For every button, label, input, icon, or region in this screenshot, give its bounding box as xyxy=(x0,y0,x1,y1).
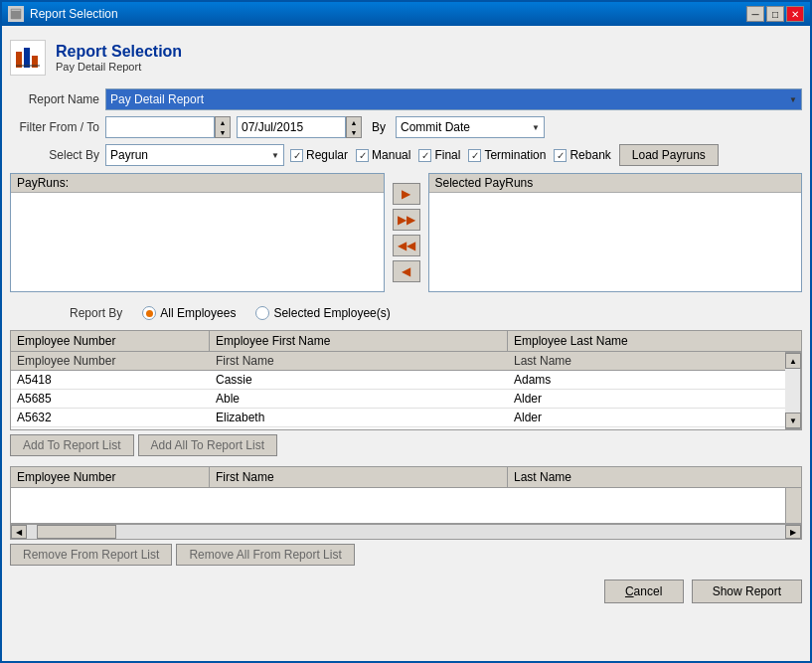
report-col-last: Last Name xyxy=(508,467,801,487)
commit-date-value: Commit Date xyxy=(401,120,470,134)
emp-first-1: Cassie xyxy=(210,371,508,389)
add-buttons-row: Add To Report List Add All To Report Lis… xyxy=(10,430,802,460)
spin-up-icon2[interactable]: ▲ xyxy=(347,117,361,127)
inner-col-num: Employee Number xyxy=(11,352,210,370)
final-checkbox-box[interactable] xyxy=(418,149,431,162)
rebank-checkbox-box[interactable] xyxy=(554,149,567,162)
svg-rect-1 xyxy=(12,10,21,12)
emp-num-1: A5418 xyxy=(11,371,210,389)
cancel-button[interactable]: Cancel xyxy=(604,580,684,603)
remove-from-report-button[interactable]: Remove From Report List xyxy=(10,544,172,566)
spin-down-icon[interactable]: ▼ xyxy=(216,127,230,137)
emp-last-1: Adams xyxy=(508,371,785,389)
termination-checkbox[interactable]: Termination xyxy=(468,148,546,162)
date-to-spin[interactable]: ▲ ▼ xyxy=(346,116,362,138)
regular-checkbox-box[interactable] xyxy=(290,149,303,162)
payruns-right-label: Selected PayRuns xyxy=(435,176,534,190)
filter-row: Filter From / To ▲ ▼ ▲ ▼ By xyxy=(10,115,802,139)
employee-table-body-wrapper: Employee Number First Name Last Name A54… xyxy=(10,351,802,430)
date-from-spin[interactable]: ▲ ▼ xyxy=(215,116,231,138)
scroll-track[interactable] xyxy=(785,369,800,413)
payruns-section: PayRuns: ▶ ▶▶ ◀◀ ◀ Selected PayRuns xyxy=(10,173,802,292)
minimize-button[interactable]: ─ xyxy=(746,6,764,22)
commit-date-arrow: ▼ xyxy=(532,123,540,132)
all-employees-radio[interactable]: All Employees xyxy=(142,306,236,320)
commit-date-dropdown[interactable]: Commit Date ▼ xyxy=(396,116,545,138)
close-button[interactable]: ✕ xyxy=(786,6,804,22)
emp-last-3: Alder xyxy=(508,409,785,426)
emp-last-2: Alder xyxy=(508,390,785,408)
employee-table-header: Employee Number Employee First Name Empl… xyxy=(10,330,802,351)
load-payruns-button[interactable]: Load Payruns xyxy=(619,144,719,166)
move-left-all[interactable]: ◀◀ xyxy=(393,235,420,256)
title-bar: Report Selection ─ □ ✕ xyxy=(2,2,810,26)
emp-header-first: Employee First Name xyxy=(210,331,508,351)
spin-down-icon2[interactable]: ▼ xyxy=(347,127,361,137)
emp-header-last: Employee Last Name xyxy=(508,331,801,351)
window-icon xyxy=(8,6,24,22)
page-title: Report Selection xyxy=(56,43,182,61)
show-report-button[interactable]: Show Report xyxy=(692,580,802,603)
horizontal-scrollbar[interactable]: ◀ ▶ xyxy=(10,524,802,540)
employee-table-inner: Employee Number First Name Last Name A54… xyxy=(11,352,785,429)
move-right-all[interactable]: ▶▶ xyxy=(393,209,420,231)
final-checkbox[interactable]: Final xyxy=(418,148,460,162)
inner-col-last: Last Name xyxy=(508,352,785,370)
table-row[interactable]: A5632 Elizabeth Alder xyxy=(11,409,785,427)
page-subtitle: Pay Detail Report xyxy=(56,61,182,73)
move-right-single[interactable]: ▶ xyxy=(393,183,420,205)
report-by-section: Report By All Employees Selected Employe… xyxy=(10,298,802,324)
move-left-single[interactable]: ◀ xyxy=(393,260,420,282)
cancel-rest: ancel xyxy=(634,584,663,598)
remove-all-from-report-button[interactable]: Remove All From Report List xyxy=(176,544,354,566)
scroll-down-btn[interactable]: ▼ xyxy=(785,413,801,428)
title-bar-left: Report Selection xyxy=(8,6,118,22)
select-by-row: Select By Payrun ▼ Regular Manual xyxy=(10,143,802,167)
select-by-label: Select By xyxy=(10,148,99,162)
header-text: Report Selection Pay Detail Report xyxy=(56,43,182,73)
report-name-label: Report Name xyxy=(10,92,99,106)
report-col-num: Employee Number xyxy=(11,467,210,487)
report-name-dropdown[interactable]: Pay Detail Report ▼ xyxy=(105,88,802,110)
maximize-button[interactable]: □ xyxy=(766,6,784,22)
selected-employees-radio[interactable]: Selected Employee(s) xyxy=(255,306,390,320)
termination-checkbox-box[interactable] xyxy=(468,149,481,162)
report-list-scrollbar xyxy=(785,488,801,523)
manual-label: Manual xyxy=(372,148,410,162)
rebank-checkbox[interactable]: Rebank xyxy=(554,148,610,162)
remove-buttons-row: Remove From Report List Remove All From … xyxy=(10,540,802,570)
rebank-label: Rebank xyxy=(569,148,610,162)
select-by-value: Payrun xyxy=(110,148,148,162)
window-title: Report Selection xyxy=(30,7,118,21)
hscroll-track[interactable] xyxy=(27,525,785,539)
date-from-wrapper: ▲ ▼ xyxy=(105,116,231,138)
manual-checkbox[interactable]: Manual xyxy=(356,148,410,162)
checkbox-group: Regular Manual Final Termination xyxy=(290,144,719,166)
payruns-right-header: Selected PayRuns xyxy=(429,174,802,193)
hscroll-right-btn[interactable]: ▶ xyxy=(785,525,801,539)
all-employees-radio-circle[interactable] xyxy=(142,306,156,320)
filter-label: Filter From / To xyxy=(10,120,99,134)
add-all-to-report-button[interactable]: Add All To Report List xyxy=(138,434,278,456)
payruns-left-label: PayRuns: xyxy=(17,176,69,190)
hscroll-left-btn[interactable]: ◀ xyxy=(11,525,27,539)
regular-checkbox[interactable]: Regular xyxy=(290,148,348,162)
select-by-arrow: ▼ xyxy=(271,151,279,160)
scroll-up-btn[interactable]: ▲ xyxy=(785,353,801,369)
date-from-input[interactable] xyxy=(105,116,215,138)
emp-first-2: Able xyxy=(210,390,508,408)
selected-employees-label: Selected Employee(s) xyxy=(273,306,390,320)
select-by-dropdown[interactable]: Payrun ▼ xyxy=(105,144,284,166)
table-row[interactable]: A5418 Cassie Adams xyxy=(11,371,785,390)
inner-column-header-row: Employee Number First Name Last Name xyxy=(11,352,785,371)
date-to-input[interactable] xyxy=(237,116,346,138)
add-to-report-button[interactable]: Add To Report List xyxy=(10,434,134,456)
spin-up-icon[interactable]: ▲ xyxy=(216,117,230,127)
report-list-inner[interactable] xyxy=(11,488,785,523)
table-row[interactable]: A5685 Able Alder xyxy=(11,390,785,409)
hscroll-thumb[interactable] xyxy=(37,525,116,539)
emp-header-num: Employee Number xyxy=(11,331,210,351)
selected-employees-radio-circle[interactable] xyxy=(255,306,269,320)
manual-checkbox-box[interactable] xyxy=(356,149,369,162)
emp-first-3: Elizabeth xyxy=(210,409,508,426)
